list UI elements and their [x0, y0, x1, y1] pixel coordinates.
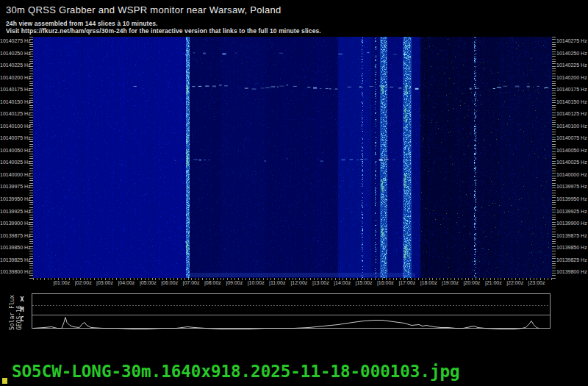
flux-class-label: M — [18, 306, 26, 313]
filename-caption: SO5CW-LONG-30m.1640x918.2025-11-18-00010… — [12, 362, 460, 381]
time-label: |23:00z — [528, 280, 545, 285]
time-label: |21:00z — [485, 280, 502, 285]
time-label: |04:00z — [118, 280, 135, 285]
time-label: |09:00z — [226, 280, 243, 285]
qrss-grabber-page: 30m QRSS Grabber and WSPR monitor near W… — [0, 0, 588, 386]
solar-flux-chart — [32, 293, 551, 329]
freq-label-left: 10139825 Hz — [0, 257, 27, 262]
freq-label-left: 10140200 Hz — [0, 75, 27, 80]
freq-label-right: 10140100 Hz — [556, 124, 587, 129]
freq-label-left: 10139875 Hz — [0, 233, 27, 238]
freq-label-left: 10140225 Hz — [0, 62, 27, 68]
freq-label-right: 10140075 Hz — [556, 135, 587, 140]
freq-label-right: 10140275 Hz — [556, 38, 587, 43]
freq-label-right: 10140025 Hz — [556, 160, 587, 165]
time-label: |11:00z — [269, 280, 285, 285]
flux-class-label: C — [18, 315, 26, 323]
subtitle-line1: 24h view assembled from 144 slices à 10 … — [6, 20, 158, 27]
solar-flux-ylabel-line1: Solar Flux — [9, 293, 16, 330]
time-label: |17:00z — [398, 280, 415, 285]
time-label: |19:00z — [442, 280, 459, 285]
freq-label-left: 10140275 Hz — [0, 38, 27, 43]
freq-label-right: 10140125 Hz — [556, 111, 587, 116]
page-title: 30m QRSS Grabber and WSPR monitor near W… — [6, 4, 282, 15]
freq-label-left: 10139900 Hz — [0, 221, 27, 226]
freq-label-right: 10140200 Hz — [556, 75, 587, 80]
subtitle-line2: Visit https://fkurz.net/ham/qrss/30m-24h… — [6, 27, 321, 35]
freq-label-right: 10139925 Hz — [556, 209, 587, 214]
time-label: |03:00z — [96, 280, 113, 285]
flux-class-label: X — [18, 296, 26, 303]
freq-label-left: 10139800 Hz — [0, 269, 27, 274]
time-label: |16:00z — [377, 280, 394, 285]
time-label: |08:00z — [204, 280, 221, 285]
freq-label-right: 10140175 Hz — [556, 87, 587, 92]
freq-ticks-right — [552, 37, 556, 279]
freq-label-right: 10139850 Hz — [556, 245, 587, 250]
freq-label-left: 10140025 Hz — [0, 160, 27, 165]
freq-label-right: 10139975 Hz — [556, 184, 587, 189]
freq-label-left: 10140175 Hz — [0, 87, 27, 92]
time-label: |12:00z — [291, 280, 308, 285]
time-label: |15:00z — [356, 280, 373, 285]
freq-label-right: 10139875 Hz — [556, 233, 587, 238]
time-label: |13:00z — [312, 280, 329, 285]
freq-label-right: 10139900 Hz — [556, 221, 587, 226]
freq-label-right: 10139950 Hz — [556, 196, 587, 201]
freq-label-left: 10140100 Hz — [0, 124, 27, 129]
freq-ticks-left — [29, 37, 33, 279]
freq-label-right: 10139800 Hz — [556, 269, 587, 274]
time-label: |10:00z — [248, 280, 265, 285]
freq-label-left: 10140250 Hz — [0, 51, 27, 56]
freq-label-left: 10140000 Hz — [0, 172, 27, 177]
time-label: |05:00z — [140, 280, 157, 285]
freq-label-left: 10140075 Hz — [0, 135, 27, 140]
freq-label-left: 10140125 Hz — [0, 111, 27, 116]
time-label: |02:00z — [75, 280, 92, 285]
freq-label-left: 10140150 Hz — [0, 99, 27, 104]
time-label: |07:00z — [183, 280, 200, 285]
time-label: |06:00z — [161, 280, 178, 285]
time-label: |18:00z — [420, 280, 437, 285]
time-label: |14:00z — [334, 280, 351, 285]
freq-label-left: 10139850 Hz — [0, 245, 27, 250]
time-label: |22:00z — [506, 280, 523, 285]
freq-label-left: 10139925 Hz — [0, 209, 27, 214]
cursor-block — [2, 378, 7, 384]
freq-label-right: 10140050 Hz — [556, 148, 587, 153]
time-label: |01:00z — [53, 280, 70, 285]
freq-label-right: 10139825 Hz — [556, 257, 587, 262]
freq-label-left: 10139975 Hz — [0, 184, 27, 189]
freq-label-left: 10140050 Hz — [0, 148, 27, 153]
spectrogram-waterfall — [33, 37, 552, 278]
freq-label-right: 10140000 Hz — [556, 172, 587, 177]
freq-label-right: 10140150 Hz — [556, 99, 587, 104]
freq-label-right: 10140225 Hz — [556, 62, 587, 68]
time-label: |20:00z — [464, 280, 481, 285]
freq-label-right: 10140250 Hz — [556, 51, 587, 56]
freq-label-left: 10139950 Hz — [0, 196, 27, 201]
